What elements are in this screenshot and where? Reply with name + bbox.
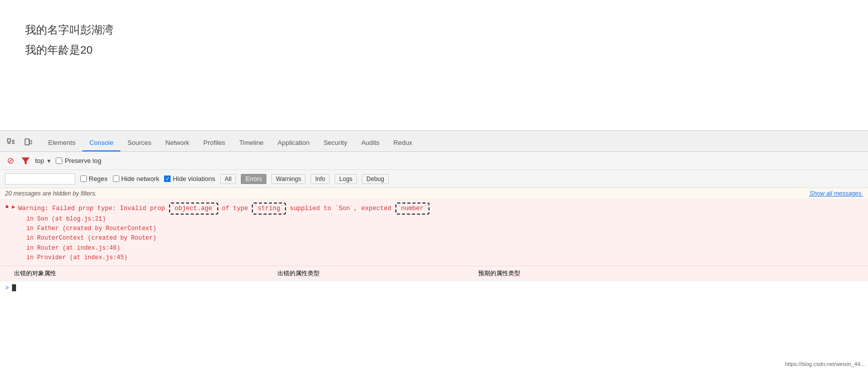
preserve-log-checkbox[interactable] — [56, 157, 62, 164]
tab-redux[interactable]: Redux — [386, 130, 419, 151]
hide-network-checkbox[interactable] — [113, 175, 119, 182]
filter-debug-button[interactable]: Debug — [362, 174, 388, 184]
error-stack-2: in Father (created by RouterContext) — [18, 224, 863, 234]
device-toolbar-button[interactable] — [21, 135, 35, 149]
tab-console[interactable]: Console — [82, 130, 120, 151]
console-input-row: > — [0, 281, 868, 295]
content-line-2: 我的年龄是20 — [25, 40, 843, 60]
svg-rect-0 — [8, 139, 11, 142]
filter-toggle-button[interactable] — [20, 155, 31, 166]
filter-all-button[interactable]: All — [220, 174, 236, 184]
svg-rect-6 — [30, 140, 32, 144]
annotation-expected-type: 预期的属性类型 — [478, 269, 520, 278]
hide-violations-checkbox-label[interactable]: ✓ Hide violations — [164, 175, 215, 182]
console-prompt-symbol: > — [5, 284, 9, 292]
console-log-area: ● ▶ Warning: Failed prop type: Invalid p… — [0, 200, 868, 281]
devtools-tabs-bar: Elements Console Sources Network Profile… — [0, 131, 868, 152]
filter-warnings-button[interactable]: Warnings — [271, 174, 306, 184]
error-main-line: Warning: Failed prop type: Invalid prop … — [18, 205, 429, 212]
messages-hidden-bar: 20 messages are hidden by filters. Show … — [0, 188, 868, 200]
error-circle-icon: ● — [5, 203, 9, 211]
error-stack-5: in Provider (at index.js:45) — [18, 253, 863, 263]
regex-checkbox-label[interactable]: Regex — [80, 175, 108, 182]
tab-sources[interactable]: Sources — [120, 130, 159, 151]
page-content: 我的名字叫彭湖湾 我的年龄是20 — [0, 0, 868, 130]
filter-info-button[interactable]: Info — [311, 174, 330, 184]
tab-security[interactable]: Security — [317, 130, 354, 151]
devtools-panel: Elements Console Sources Network Profile… — [0, 130, 868, 295]
hide-violations-checked-icon: ✓ — [164, 175, 171, 182]
tab-elements[interactable]: Elements — [41, 130, 82, 151]
status-bar: https://blog.csdn.net/weixin_44... — [782, 360, 868, 368]
status-url: https://blog.csdn.net/weixin_44... — [785, 361, 865, 367]
annotation-wrong-type: 出错的属性类型 — [277, 269, 478, 278]
error-type-highlight: `string` — [252, 203, 286, 215]
svg-rect-5 — [25, 139, 29, 145]
error-prop-highlight: `object.age` — [169, 203, 218, 215]
tab-network[interactable]: Network — [159, 130, 197, 151]
context-label: top — [35, 157, 44, 164]
error-stack-3: in RouterContext (created by Router) — [18, 234, 863, 243]
context-dropdown-arrow[interactable]: ▼ — [46, 158, 52, 164]
tab-application[interactable]: Application — [270, 130, 317, 151]
filter-input[interactable] — [5, 173, 75, 185]
hide-network-checkbox-label[interactable]: Hide network — [113, 175, 160, 182]
devtools-icon-buttons — [4, 135, 35, 151]
console-toolbar: ⊘ top ▼ Preserve log — [0, 152, 868, 170]
console-cursor — [12, 284, 16, 291]
filter-logs-button[interactable]: Logs — [335, 174, 357, 184]
error-expand-triangle[interactable]: ▶ — [12, 204, 16, 210]
annotation-wrong-prop: 出错的对象属性 — [14, 269, 277, 278]
messages-hidden-text: 20 messages are hidden by filters. — [5, 190, 97, 197]
annotation-row: 出错的对象属性 出错的属性类型 预期的属性类型 — [0, 266, 868, 281]
regex-checkbox[interactable] — [80, 175, 87, 182]
error-row: ● ▶ Warning: Failed prop type: Invalid p… — [0, 200, 868, 266]
console-filter-bar: Regex Hide network ✓ Hide violations All… — [0, 170, 868, 188]
tab-timeline[interactable]: Timeline — [232, 130, 271, 151]
show-all-messages-link[interactable]: Show all messages. — [809, 190, 863, 197]
content-line-1: 我的名字叫彭湖湾 — [25, 20, 843, 40]
context-selector[interactable]: top ▼ — [35, 157, 52, 164]
svg-marker-7 — [22, 157, 30, 164]
inspect-element-button[interactable] — [4, 135, 18, 149]
error-message-block: Warning: Failed prop type: Invalid prop … — [18, 203, 863, 263]
clear-console-button[interactable]: ⊘ — [5, 155, 16, 166]
filter-errors-button[interactable]: Errors — [241, 174, 266, 184]
preserve-log-label[interactable]: Preserve log — [56, 157, 101, 164]
tab-profiles[interactable]: Profiles — [196, 130, 232, 151]
error-stack-4: in Router (at index.js:46) — [18, 244, 863, 253]
error-expected-highlight: `number` — [395, 203, 429, 215]
error-stack-1: in Son (at blog.js:21) — [18, 215, 863, 224]
tab-audits[interactable]: Audits — [354, 130, 386, 151]
